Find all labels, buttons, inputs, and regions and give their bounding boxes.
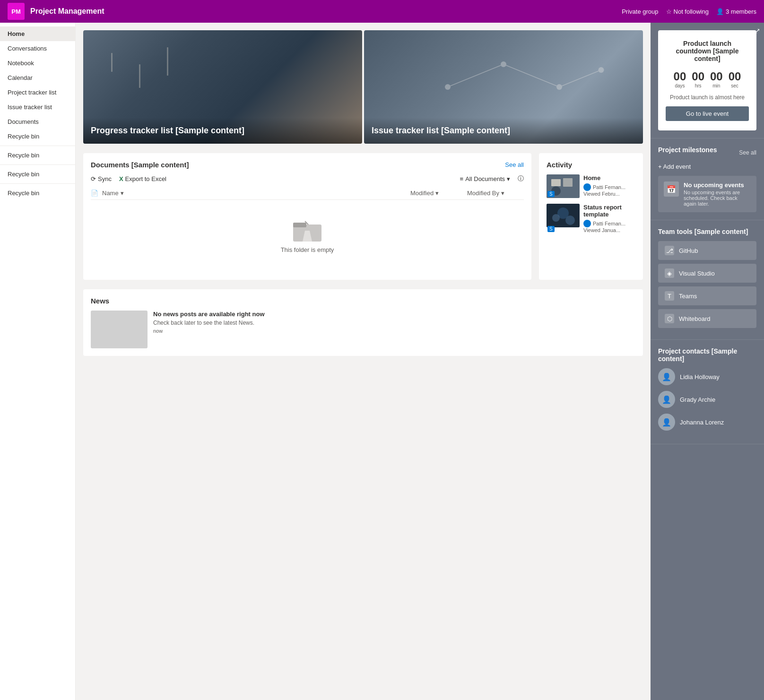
docs-table-header: 📄 Name ▾ Modified ▾ Modified By ▾ — [91, 187, 524, 200]
group-avatar: PM — [8, 3, 25, 20]
contact-avatar-johanna: 👤 — [658, 414, 675, 431]
activity-info-1: Status report template Patti Fernan... V… — [583, 204, 635, 233]
go-to-live-event-button[interactable]: Go to live event — [666, 106, 749, 121]
sync-button[interactable]: ⟳ Sync — [91, 175, 112, 182]
countdown-sec-label: sec — [731, 83, 738, 88]
contact-grady[interactable]: 👤 Grady Archie — [658, 391, 756, 408]
contact-name-lidia: Lidia Holloway — [680, 373, 720, 380]
sidebar-item-recycle-bin-3[interactable]: Recycle bin — [0, 167, 75, 181]
sidebar-divider — [0, 146, 75, 146]
activity-name-0: Home — [583, 174, 635, 181]
news-no-posts: No news posts are available right now — [153, 311, 635, 318]
news-content: No news posts are available right now Ch… — [153, 311, 635, 348]
col-icon-header: 📄 — [91, 190, 102, 197]
svg-rect-16 — [563, 178, 573, 187]
activity-time-1: Viewed Janua... — [583, 227, 635, 233]
members-button[interactable]: 👤 3 members — [716, 8, 756, 15]
news-header: News — [91, 297, 635, 305]
countdown-sec: 00 sec — [729, 70, 741, 88]
activity-item-1[interactable]: S Status report template Patti Fernan...… — [547, 204, 635, 233]
svg-rect-15 — [551, 179, 561, 186]
activity-thumb-1 — [547, 204, 580, 227]
activity-thumb-svg-1 — [547, 204, 580, 227]
svg-point-9 — [599, 67, 604, 73]
svg-point-8 — [556, 84, 562, 90]
hero-card-1-title: Progress tracker list [Sample content] — [91, 125, 355, 136]
docs-filter-dropdown[interactable]: ≡ All Documents ▾ — [460, 175, 510, 182]
whiteboard-button[interactable]: ⬡ Whiteboard — [658, 309, 756, 328]
hero-card-progress[interactable]: Progress tracker list [Sample content] — [83, 30, 362, 144]
sidebar-item-calendar[interactable]: Calendar — [0, 70, 75, 85]
sync-icon: ⟳ — [91, 175, 96, 182]
news-title: News — [91, 297, 109, 305]
sidebar-item-recycle-bin-4[interactable]: Recycle bin — [0, 186, 75, 200]
header-actions: Private group ☆ Not following 👤 3 member… — [622, 8, 756, 15]
sidebar-item-recycle-bin-1[interactable]: Recycle bin — [0, 129, 75, 144]
contact-lidia[interactable]: 👤 Lidia Holloway — [658, 368, 756, 385]
activity-info-0: Home Patti Fernan... Viewed Febru... — [583, 174, 635, 198]
teams-button[interactable]: T Teams — [658, 286, 756, 305]
news-check-back: Check back later to see the latest News. — [153, 320, 635, 326]
col-modified-header[interactable]: Modified ▾ — [410, 190, 467, 197]
milestones-title: Project milestones — [658, 146, 717, 154]
no-events-title: No upcoming events — [684, 181, 751, 189]
news-section: News No news posts are available right n… — [83, 289, 643, 356]
activity-thumb-wrapper-0: S — [547, 174, 580, 198]
activity-badge-0: S — [547, 191, 555, 197]
milestones-see-all[interactable]: See all — [739, 149, 756, 156]
countdown-min-num: 00 — [710, 70, 723, 83]
activity-meta-1: Patti Fernan... — [583, 220, 635, 227]
hero-section: Progress tracker list [Sample content] — [83, 30, 643, 144]
info-icon[interactable]: ⓘ — [518, 174, 524, 183]
contact-name-grady: Grady Archie — [680, 396, 715, 403]
sort-icon-name: ▾ — [121, 190, 124, 197]
activity-header: Activity — [547, 161, 635, 169]
countdown-desc: Product launch is almost here — [666, 94, 749, 101]
visual-studio-icon: ◈ — [665, 268, 674, 278]
contact-johanna[interactable]: 👤 Johanna Lorenz — [658, 414, 756, 431]
add-event-button[interactable]: + Add event — [658, 163, 756, 170]
whiteboard-label: Whiteboard — [679, 315, 710, 322]
countdown-min-label: min — [712, 83, 720, 88]
sidebar-item-issue-tracker[interactable]: Issue tracker list — [0, 100, 75, 114]
github-icon: ⎇ — [665, 246, 674, 255]
following-button[interactable]: ☆ Not following — [666, 8, 709, 15]
activity-user-1: Patti Fernan... — [593, 221, 625, 226]
expand-button[interactable]: ⤢ — [754, 26, 760, 35]
sidebar-divider-3 — [0, 183, 75, 184]
sidebar-item-project-tracker[interactable]: Project tracker list — [0, 85, 75, 100]
contact-avatar-lidia: 👤 — [658, 368, 675, 385]
sidebar-item-home[interactable]: Home — [0, 26, 75, 41]
news-time: now — [153, 328, 635, 334]
private-group-label: Private group — [622, 8, 658, 15]
svg-point-6 — [445, 84, 451, 90]
whiteboard-icon: ⬡ — [665, 314, 674, 323]
countdown-min: 00 min — [710, 70, 723, 88]
export-excel-button[interactable]: X Export to Excel — [119, 175, 166, 182]
news-item[interactable]: No news posts are available right now Ch… — [91, 311, 635, 348]
countdown-days-num: 00 — [674, 70, 686, 83]
sidebar-item-documents[interactable]: Documents — [0, 114, 75, 129]
hero-card-2-overlay: Issue tracker list [Sample content] — [364, 118, 643, 144]
visual-studio-button[interactable]: ◈ Visual Studio — [658, 264, 756, 283]
sidebar-item-recycle-bin-2[interactable]: Recycle bin — [0, 148, 75, 163]
excel-icon: X — [119, 175, 123, 182]
col-name-header[interactable]: Name ▾ — [102, 190, 410, 197]
svg-line-5 — [559, 70, 601, 87]
no-events-card: 📅 No upcoming events No upcoming events … — [658, 176, 756, 212]
hero-card-issue[interactable]: Issue tracker list [Sample content] — [364, 30, 643, 144]
col-modifiedby-header[interactable]: Modified By ▾ — [467, 190, 524, 197]
no-events-sub: No upcoming events are scheduled. Check … — [684, 190, 751, 207]
docs-see-all[interactable]: See all — [505, 161, 524, 168]
countdown-numbers: 00 days 00 hrs 00 min 00 sec — [666, 70, 749, 88]
contacts-title: Project contacts [Sample content] — [658, 347, 756, 363]
sidebar-item-notebook[interactable]: Notebook — [0, 56, 75, 70]
github-button[interactable]: ⎇ GitHub — [658, 241, 756, 260]
activity-item-0[interactable]: S Home Patti Fernan... Viewed Febru... — [547, 174, 635, 198]
sidebar-item-conversations[interactable]: Conversations — [0, 41, 75, 56]
svg-point-20 — [552, 214, 560, 222]
main-content: Progress tracker list [Sample content] — [76, 23, 651, 700]
contact-name-johanna: Johanna Lorenz — [680, 419, 724, 426]
team-tools-title: Team tools [Sample content] — [658, 228, 756, 235]
sidebar: Home Conversations Notebook Calendar Pro… — [0, 23, 76, 700]
